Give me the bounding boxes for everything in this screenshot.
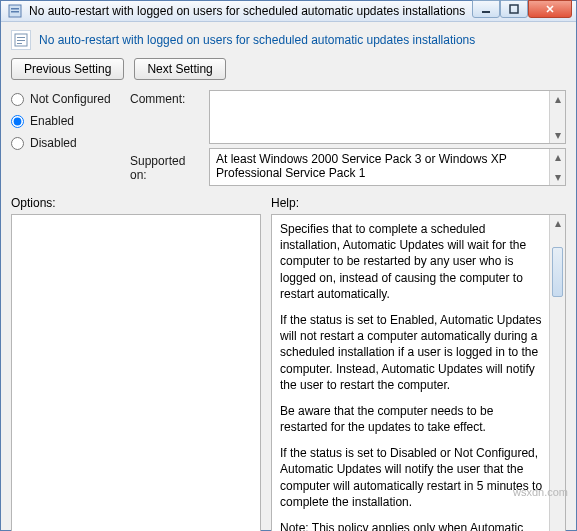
- svg-rect-7: [17, 40, 25, 41]
- radio-disabled-label: Disabled: [30, 136, 77, 150]
- svg-rect-6: [17, 37, 25, 38]
- svg-rect-8: [17, 43, 22, 44]
- dialog-content: No auto-restart with logged on users for…: [1, 22, 576, 531]
- title-bar[interactable]: No auto-restart with logged on users for…: [1, 1, 576, 22]
- lower-panes: Options: Help: Specifies that to complet…: [11, 196, 566, 531]
- settings-grid: Not Configured Enabled Disabled Comment:…: [11, 90, 566, 186]
- scroll-up-icon[interactable]: ▴: [550, 215, 565, 231]
- radio-disabled-input[interactable]: [11, 137, 24, 150]
- scroll-up-icon[interactable]: ▴: [550, 91, 565, 107]
- next-setting-button[interactable]: Next Setting: [134, 58, 225, 80]
- supported-on-box: At least Windows 2000 Service Pack 3 or …: [209, 148, 566, 186]
- help-box: Specifies that to complete a scheduled i…: [271, 214, 566, 531]
- minimize-button[interactable]: [472, 0, 500, 18]
- scroll-thumb[interactable]: [552, 247, 563, 297]
- options-box: [11, 214, 261, 531]
- comment-label: Comment:: [130, 90, 205, 144]
- policy-icon: [11, 30, 31, 50]
- close-button[interactable]: [528, 0, 572, 18]
- options-column: Options:: [11, 196, 261, 531]
- policy-header: No auto-restart with logged on users for…: [11, 30, 566, 50]
- app-icon: [7, 3, 23, 19]
- radio-not-configured-input[interactable]: [11, 93, 24, 106]
- svg-rect-3: [482, 11, 490, 13]
- comment-scrollbar[interactable]: ▴ ▾: [549, 91, 565, 143]
- scroll-down-icon[interactable]: ▾: [550, 127, 565, 143]
- state-radios: Not Configured Enabled Disabled: [11, 90, 126, 186]
- dialog-window: No auto-restart with logged on users for…: [0, 0, 577, 531]
- help-paragraph: Specifies that to complete a scheduled i…: [280, 221, 543, 302]
- help-paragraph: Be aware that the computer needs to be r…: [280, 403, 543, 435]
- comment-textbox[interactable]: ▴ ▾: [209, 90, 566, 144]
- help-paragraph: If the status is set to Disabled or Not …: [280, 445, 543, 510]
- scroll-up-icon[interactable]: ▴: [550, 149, 565, 165]
- maximize-button[interactable]: [500, 0, 528, 18]
- svg-rect-1: [11, 8, 19, 10]
- supported-label: Supported on:: [130, 148, 205, 182]
- supported-scrollbar[interactable]: ▴ ▾: [549, 149, 565, 185]
- window-controls: [472, 1, 572, 21]
- help-paragraph: Note: This policy applies only when Auto…: [280, 520, 543, 531]
- help-paragraph: If the status is set to Enabled, Automat…: [280, 312, 543, 393]
- svg-rect-4: [510, 5, 518, 13]
- radio-enabled[interactable]: Enabled: [11, 114, 126, 128]
- scroll-down-icon[interactable]: ▾: [550, 169, 565, 185]
- window-title: No auto-restart with logged on users for…: [29, 4, 472, 18]
- radio-not-configured-label: Not Configured: [30, 92, 111, 106]
- radio-not-configured[interactable]: Not Configured: [11, 92, 126, 106]
- previous-setting-button[interactable]: Previous Setting: [11, 58, 124, 80]
- policy-title: No auto-restart with logged on users for…: [39, 33, 475, 47]
- radio-enabled-input[interactable]: [11, 115, 24, 128]
- svg-rect-2: [11, 11, 19, 13]
- supported-on-text: At least Windows 2000 Service Pack 3 or …: [216, 152, 507, 180]
- help-scrollbar[interactable]: ▴ ▾: [549, 215, 565, 531]
- radio-disabled[interactable]: Disabled: [11, 136, 126, 150]
- help-column: Help: Specifies that to complete a sched…: [271, 196, 566, 531]
- options-label: Options:: [11, 196, 261, 210]
- help-label: Help:: [271, 196, 566, 210]
- radio-enabled-label: Enabled: [30, 114, 74, 128]
- nav-row: Previous Setting Next Setting: [11, 58, 566, 80]
